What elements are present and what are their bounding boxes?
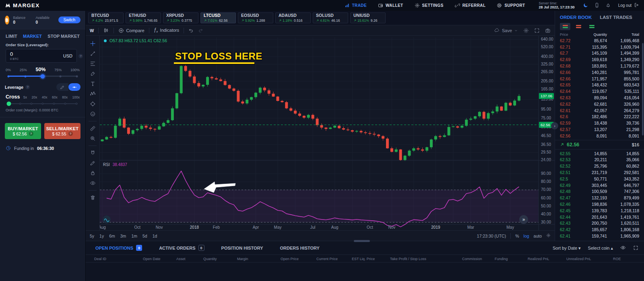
leverage-mark-5x[interactable]: 5x (23, 95, 27, 99)
leverage-slider-handle[interactable] (7, 102, 11, 106)
order-book-row[interactable]: 62.47132,193879,499 (555, 195, 644, 201)
order-book-row[interactable]: 62.550,771343,352 (555, 176, 644, 182)
order-book-row[interactable]: 62.64119,057535,111 (555, 88, 644, 94)
order-size-input[interactable]: 0 0 BTC USD (6, 49, 77, 63)
ticker-ethusd[interactable]: ETHUSD5.98%1,746.65 (126, 12, 161, 23)
sell-help-icon[interactable]: ? (68, 131, 73, 136)
positions-tab-orders-history[interactable]: ORDERS HISTORY (280, 246, 320, 250)
tool-emoji[interactable] (86, 109, 99, 119)
order-book-row[interactable]: 62.66140,281995,781 (555, 69, 644, 76)
order-size-help-icon[interactable]: ? (78, 54, 83, 58)
range-5y[interactable]: 5y (90, 234, 94, 238)
size-mark-75%[interactable]: 75% (54, 68, 62, 72)
buy-market-button[interactable]: BUY/MARKET $ 62.56? (5, 123, 41, 139)
indicators-button[interactable]: ƒxIndicators (154, 27, 179, 33)
size-mark-0%[interactable]: 0% (6, 68, 11, 72)
scroll-to-realtime-button[interactable]: » (519, 215, 528, 224)
timeframe-button[interactable]: W (90, 28, 94, 33)
order-book-scrollbar[interactable] (642, 43, 644, 135)
range-1m[interactable]: 1m (131, 234, 137, 238)
order-book-row[interactable]: 62.43200,7501,620,511 (555, 220, 644, 227)
order-book-row[interactable]: 62.68183,8911,179,672 (555, 63, 644, 69)
margex-logo[interactable]: MARGEX (5, 2, 39, 8)
select-coin-dropdown[interactable]: Select coin ▴ (588, 246, 613, 251)
order-book-row[interactable]: 62.6262,681326,960 (555, 101, 644, 107)
ob-tab-last-trades[interactable]: LAST TRADES (600, 15, 632, 20)
nav-wallet[interactable]: WALLET (378, 3, 403, 8)
tool-draw-lock[interactable] (86, 158, 99, 168)
chart-settings-icon[interactable] (523, 28, 529, 33)
logout-button[interactable]: Log out (618, 2, 639, 8)
size-slider-handle[interactable] (41, 74, 45, 78)
tool-trend-line[interactable] (86, 49, 99, 59)
order-book-row[interactable]: 62.6389,094416,054 (555, 94, 644, 101)
order-book-row[interactable]: 62.42185,6571,806,168 (555, 226, 644, 233)
theme-moon-icon[interactable] (583, 2, 588, 9)
ticker-eosusd[interactable]: EOSUSD5.92%1.288 (238, 12, 273, 23)
ticker-uniusd[interactable]: UNIUSD15.61%9.26 (350, 12, 386, 23)
tool-brush[interactable] (86, 69, 99, 79)
order-book-row[interactable]: 62.41159,7411,965,909 (555, 233, 644, 239)
tool-xabcd-pattern[interactable] (86, 89, 99, 99)
chart-style-button[interactable] (103, 27, 109, 33)
tool-lock[interactable] (86, 168, 99, 178)
redo-button[interactable] (198, 28, 203, 33)
size-slider[interactable] (8, 76, 78, 77)
toggle-visibility-icon[interactable] (620, 245, 626, 251)
order-book-row[interactable]: 62.46198,8361,078,335 (555, 201, 644, 207)
order-tab-stop-market[interactable]: STOP MARKET (47, 34, 80, 39)
ticker-solusd[interactable]: SOLUSD4.81%46.16 (313, 12, 348, 23)
positions-tab-position-history[interactable]: POSITION HISTORY (221, 246, 263, 250)
positions-tab-open-positions[interactable]: OPEN POSITIONS0 (95, 245, 142, 251)
range-1d[interactable]: 1d (153, 234, 157, 238)
range-3m[interactable]: 3m (120, 234, 126, 238)
order-book-row[interactable]: 62.7145,1091,494,399 (555, 50, 644, 57)
tool-trash[interactable] (86, 193, 99, 203)
switch-button[interactable]: Switch (58, 16, 80, 23)
margin-mode-label[interactable]: Cross (6, 94, 23, 100)
tool-eye[interactable] (86, 178, 99, 188)
order-book-row[interactable]: 62.6142,057264,279 (555, 107, 644, 114)
leverage-mark-80x[interactable]: 80x (62, 95, 68, 99)
ob-tab-order-book[interactable]: ORDER BOOK (560, 15, 592, 20)
ticker-xrpusd[interactable]: XRPUSD3.23%0.3775 (163, 12, 198, 23)
order-book-row[interactable]: 62.6182,486222,222 (555, 114, 644, 120)
axis-settings-icon[interactable] (546, 233, 551, 238)
ticker-btcusd[interactable]: BTCUSD4.2%23,971.5 (88, 12, 124, 23)
tool-crosshair[interactable] (86, 39, 99, 49)
log-scale-button[interactable]: log (524, 234, 529, 238)
sell-market-button[interactable]: SELL/MARKET $ 62.55? (44, 123, 80, 139)
leverage-mark-100x[interactable]: 100x (72, 95, 80, 99)
tool-zoom-in[interactable] (86, 133, 99, 144)
compare-button[interactable]: Compare (118, 28, 144, 33)
range-1y[interactable]: 1y (99, 234, 104, 238)
ticker-ltcusd[interactable]: LTCUSD7.01%62.56 (200, 12, 236, 23)
nav-referral[interactable]: REFERRAL (455, 3, 486, 8)
snapshot-camera-icon[interactable] (545, 28, 551, 33)
leverage-mark-60x[interactable]: 60x (52, 95, 58, 99)
order-book-row[interactable]: 62.568,0918,091 (555, 133, 644, 139)
fullscreen-icon[interactable] (534, 28, 540, 33)
order-book-row[interactable]: 62.45139,7831,218,118 (555, 207, 644, 214)
chart-clock[interactable]: 17:23:30 (UTC) (477, 234, 506, 238)
order-book-row[interactable]: 62.5918,43839,736 (555, 120, 644, 126)
ticker-adausd[interactable]: ADAUSD1.18%0.516 (275, 12, 311, 23)
expand-panel-icon[interactable] (633, 245, 638, 251)
ob-mode-2-icon[interactable] (586, 23, 597, 30)
mobile-app-icon[interactable] (594, 2, 600, 9)
order-book-row[interactable]: 62.49303,445646,797 (555, 182, 644, 189)
tool-text-tool[interactable] (86, 79, 99, 89)
leverage-help-icon[interactable]: ? (25, 85, 30, 89)
size-mark-100%[interactable]: 100% (70, 68, 80, 72)
order-book-row[interactable]: 62.5225,79660,862 (555, 163, 644, 169)
percent-scale-button[interactable]: % (515, 234, 519, 238)
order-book-row[interactable]: 62.7285,6741,695,468 (555, 37, 644, 44)
save-layout-button[interactable]: Save (494, 27, 518, 33)
order-tab-limit[interactable]: LIMIT (6, 34, 17, 39)
panel-resize-handle[interactable] (354, 240, 370, 242)
order-book-row[interactable]: 62.48100,509747,306 (555, 189, 644, 195)
order-book-row[interactable]: 62.44201,6431,419,761 (555, 214, 644, 220)
price-chart-canvas[interactable]: 640.00520.00400.00325.00265.00205.00165.… (100, 36, 555, 230)
tool-magnet[interactable] (86, 148, 99, 158)
order-book-row[interactable]: 62.65148,432683,543 (555, 82, 644, 88)
